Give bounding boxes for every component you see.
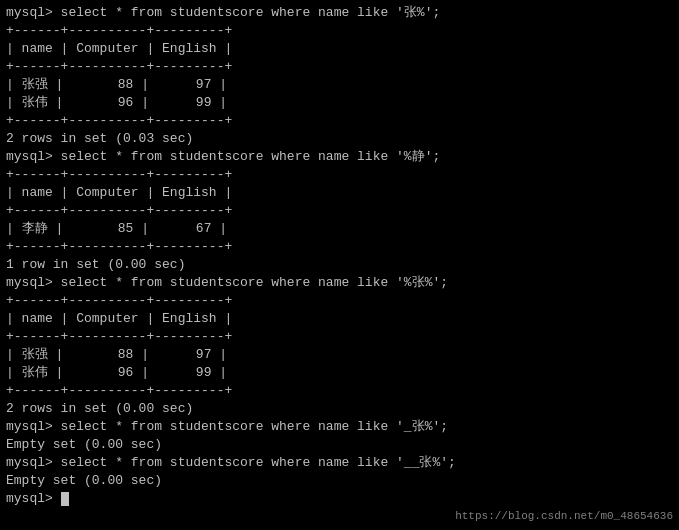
terminal-line: 2 rows in set (0.03 sec) bbox=[6, 130, 673, 148]
terminal-line: | 张强 | 88 | 97 | bbox=[6, 76, 673, 94]
terminal-line: | name | Computer | English | bbox=[6, 184, 673, 202]
terminal-line: Empty set (0.00 sec) bbox=[6, 472, 673, 490]
terminal-line: | name | Computer | English | bbox=[6, 40, 673, 58]
terminal-line: +------+----------+---------+ bbox=[6, 166, 673, 184]
terminal-line: +------+----------+---------+ bbox=[6, 328, 673, 346]
terminal-line: +------+----------+---------+ bbox=[6, 202, 673, 220]
terminal-line: +------+----------+---------+ bbox=[6, 238, 673, 256]
terminal-line: | 张伟 | 96 | 99 | bbox=[6, 94, 673, 112]
terminal-line: | 李静 | 85 | 67 | bbox=[6, 220, 673, 238]
terminal-line: | 张伟 | 96 | 99 | bbox=[6, 364, 673, 382]
terminal-line: +------+----------+---------+ bbox=[6, 58, 673, 76]
terminal-line: mysql> bbox=[6, 490, 673, 508]
prompt-text: mysql> bbox=[6, 491, 61, 506]
terminal-line: +------+----------+---------+ bbox=[6, 112, 673, 130]
watermark: https://blog.csdn.net/m0_48654636 bbox=[455, 510, 673, 522]
terminal-line: +------+----------+---------+ bbox=[6, 292, 673, 310]
terminal-line: mysql> select * from studentscore where … bbox=[6, 274, 673, 292]
terminal-line: Empty set (0.00 sec) bbox=[6, 436, 673, 454]
terminal-line: | name | Computer | English | bbox=[6, 310, 673, 328]
terminal-line: mysql> select * from studentscore where … bbox=[6, 4, 673, 22]
terminal-line: +------+----------+---------+ bbox=[6, 382, 673, 400]
terminal-line: | 张强 | 88 | 97 | bbox=[6, 346, 673, 364]
terminal-line: 1 row in set (0.00 sec) bbox=[6, 256, 673, 274]
terminal-line: +------+----------+---------+ bbox=[6, 22, 673, 40]
terminal-line: mysql> select * from studentscore where … bbox=[6, 418, 673, 436]
terminal-line: mysql> select * from studentscore where … bbox=[6, 454, 673, 472]
terminal-line: mysql> select * from studentscore where … bbox=[6, 148, 673, 166]
terminal-window: mysql> select * from studentscore where … bbox=[0, 0, 679, 530]
terminal-line: 2 rows in set (0.00 sec) bbox=[6, 400, 673, 418]
cursor bbox=[61, 492, 69, 506]
terminal-content: mysql> select * from studentscore where … bbox=[6, 4, 673, 508]
